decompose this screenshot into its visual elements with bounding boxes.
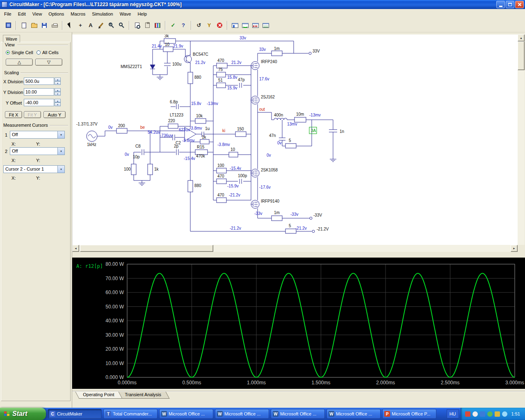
data-display-button[interactable] — [153, 21, 162, 30]
open-button[interactable] — [29, 21, 39, 30]
minimize-button[interactable] — [496, 1, 505, 8]
tab-wave[interactable]: Wave — [3, 35, 20, 42]
task-window-icon: W — [329, 411, 334, 417]
schematic-label: -1.37/1.37V — [76, 122, 98, 126]
waveform-chart[interactable]: 80.00 W70.00 W60.00 W50.00 W40.00 W30.00… — [72, 258, 525, 389]
cursor-diff-select[interactable]: Cursor 2 - Cursor 1 — [3, 165, 65, 173]
taskbar-button-microsoft-office[interactable]: WMicrosoft Office ... — [326, 409, 381, 419]
signal-generator-button[interactable] — [261, 21, 271, 30]
fit-x-button[interactable]: Fit X — [5, 111, 22, 118]
spin-down-icon[interactable] — [55, 81, 61, 85]
menu-edit[interactable]: Edit — [15, 10, 29, 18]
zoom-window-button[interactable] — [106, 21, 116, 30]
reset-button[interactable]: ↺ — [194, 21, 204, 30]
schematic-label: 33v — [240, 36, 246, 40]
chevron-down-icon[interactable] — [57, 166, 64, 173]
tray-alert-icon[interactable] — [495, 411, 500, 417]
menu-help[interactable]: Help — [134, 10, 150, 18]
taskbar-button-microsoft-office[interactable]: WMicrosoft Office ... — [271, 409, 325, 419]
help-button[interactable]: ? — [178, 21, 188, 30]
taskbar-button-microsoft-office-p[interactable]: PMicrosoft Office P... — [382, 409, 436, 419]
spin-up-icon[interactable] — [55, 78, 61, 81]
menu-file[interactable]: File — [1, 10, 15, 18]
scroll-left-button[interactable]: ◄ — [72, 245, 79, 252]
scroll-up-button[interactable]: ▲ — [518, 34, 525, 41]
menu-options[interactable]: Options — [45, 10, 67, 18]
logic-analyzer-button[interactable] — [251, 21, 260, 30]
svg-text:70.00 W: 70.00 W — [105, 276, 124, 281]
schematic-label: 100p — [238, 173, 247, 178]
vscroll-thumb[interactable] — [518, 41, 525, 70]
probe-tool-button[interactable]: Y — [204, 21, 214, 30]
toolbar-separator — [129, 21, 130, 30]
menu-simulation[interactable]: Simulation — [89, 10, 116, 18]
place-part-button[interactable]: + — [75, 21, 85, 30]
scroll-right-button[interactable]: ► — [511, 245, 518, 252]
taskbar-button-microsoft-office[interactable]: WMicrosoft Office ... — [159, 409, 213, 419]
tab-transient-analysis[interactable]: Transient Analysis — [117, 392, 170, 399]
svg-text:1.000ms: 1.000ms — [247, 380, 266, 386]
open-folder-icon — [31, 24, 37, 28]
zoom-button[interactable] — [116, 21, 126, 30]
stop-simulation-button[interactable] — [215, 21, 224, 30]
cursor1-select[interactable]: Off — [10, 131, 65, 139]
taskbar-button-circuitmaker[interactable]: CCircuitMaker — [48, 409, 102, 419]
taskbar-button-microsoft-office[interactable]: WMicrosoft Office ... — [215, 409, 269, 419]
maximize-button[interactable] — [506, 1, 514, 8]
resistors — [116, 39, 306, 233]
close-button[interactable] — [515, 1, 524, 8]
tray-volume-icon[interactable] — [472, 411, 478, 417]
parts-browser-button[interactable] — [3, 21, 13, 30]
schematic-label: 2SJ162 — [261, 95, 275, 99]
chevron-down-icon[interactable] — [57, 131, 64, 138]
cursor2-select[interactable]: Off — [10, 147, 65, 155]
hscroll-thumb[interactable] — [80, 245, 213, 252]
start-button[interactable]: Start — [0, 408, 46, 420]
schematic-canvas[interactable]: 3k33v21.4v1021.9vBC547C33v1m33VMMSZ22T11… — [72, 34, 518, 245]
tab-operating-point[interactable]: Operating Point — [75, 392, 122, 399]
text-icon: A — [89, 23, 92, 28]
spin-down-icon[interactable] — [55, 92, 61, 96]
tray-pen-icon[interactable] — [502, 411, 507, 417]
radio-all-cells[interactable]: All Cells — [37, 50, 59, 55]
x-division-input[interactable]: 500.0u — [24, 78, 54, 85]
spin-up-icon[interactable] — [55, 88, 61, 92]
fit-y-button[interactable]: Fit Y — [24, 111, 41, 118]
language-indicator[interactable]: HU — [447, 409, 459, 418]
new-button[interactable] — [19, 21, 29, 30]
cursor-arrow-icon — [67, 22, 73, 28]
auto-y-button[interactable]: Auto Y — [43, 111, 66, 118]
menu-macros[interactable]: Macros — [67, 10, 89, 18]
schematic-label: be — [140, 125, 145, 130]
select-tool-button[interactable] — [65, 21, 75, 30]
save-button[interactable] — [39, 21, 49, 30]
tray-messenger-icon[interactable] — [487, 411, 493, 417]
spin-down-icon[interactable] — [55, 103, 61, 106]
schematic-vscrollbar[interactable]: ▲ ▼ — [518, 34, 525, 252]
schematic-label: BC547C — [193, 52, 208, 57]
digital-panel-button[interactable] — [230, 21, 240, 30]
radio-single-cell[interactable]: Single Cell — [6, 50, 33, 55]
menu-view[interactable]: View — [29, 10, 46, 18]
chevron-down-icon[interactable] — [57, 148, 64, 155]
spin-up-icon[interactable] — [55, 99, 61, 103]
scale-up-button[interactable]: △ — [6, 59, 33, 66]
scale-down-button[interactable]: ▽ — [35, 59, 62, 66]
print-button[interactable] — [50, 21, 59, 30]
scope-panel-button[interactable] — [240, 21, 250, 30]
schematic-hscrollbar[interactable]: ◄ ► — [72, 245, 518, 252]
x-division-label: X Division — [3, 79, 23, 84]
menu-wave[interactable]: Wave — [116, 10, 135, 18]
text-tool-button[interactable]: A — [86, 21, 96, 30]
copy-button[interactable] — [142, 21, 152, 30]
y-offset-input[interactable]: -40.00 — [24, 99, 54, 106]
tray-shield-icon[interactable] — [465, 411, 470, 417]
delete-tool-button[interactable] — [96, 21, 106, 30]
find-button[interactable] — [132, 21, 142, 30]
run-simulation-button[interactable]: ✓ — [168, 21, 178, 30]
taskbar-button-total-commander[interactable]: TTotal Commander... — [103, 409, 158, 419]
tray-network-icon[interactable] — [480, 411, 485, 417]
y-division-input[interactable]: 10.00 — [24, 88, 54, 96]
cursor-diff-y-label: Y: — [36, 176, 40, 180]
system-tray: 1:51 — [461, 408, 525, 420]
